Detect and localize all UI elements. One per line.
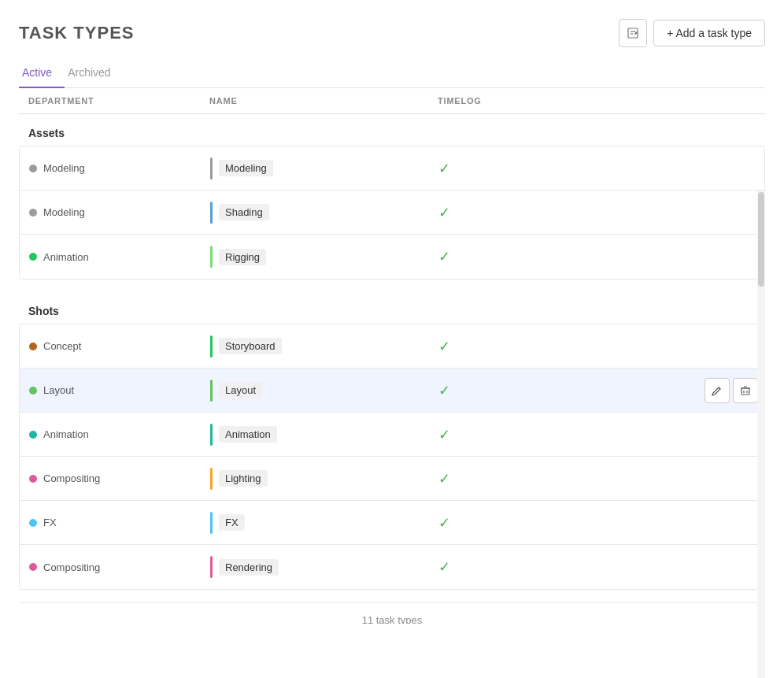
table-row[interactable]: AnimationAnimation✓ (20, 413, 764, 457)
task-name-badge: Layout (219, 382, 262, 398)
task-name-badge: Animation (219, 426, 277, 443)
task-name-badge: Lighting (219, 470, 268, 487)
task-color-bar (210, 424, 213, 446)
edit-icon (712, 385, 723, 396)
task-count: 11 task types (362, 614, 423, 624)
tabs-container: Active Archived (19, 60, 765, 88)
add-task-type-button[interactable]: + Add a task type (653, 20, 765, 46)
svg-rect-3 (741, 388, 749, 395)
task-color-bar (210, 380, 213, 402)
timelog-cell: ✓ (429, 195, 764, 231)
timelog-cell: ✓ (429, 505, 764, 541)
timelog-cell: ✓ (429, 461, 764, 497)
dept-cell: Modeling (20, 153, 201, 183)
dept-dot (29, 343, 37, 350)
table-row[interactable]: FXFX✓ (20, 501, 764, 545)
dept-name: Modeling (43, 206, 85, 218)
table-container: DEPARTMENT NAME TIMELOG AssetsModelingMo… (19, 88, 765, 624)
dept-dot (29, 165, 37, 172)
group-block-shots: ConceptStoryboard✓LayoutLayout✓Animation… (19, 324, 765, 590)
task-name-badge: Modeling (219, 160, 273, 176)
table-row[interactable]: AnimationRigging✓ (20, 235, 764, 279)
tab-active[interactable]: Active (19, 60, 65, 88)
dept-dot (29, 431, 37, 439)
col-name: NAME (209, 96, 438, 106)
page-container: TASK TYPES + Add a task type Active Arch… (0, 0, 784, 678)
delete-button[interactable] (733, 378, 758, 403)
scrollbar[interactable] (757, 191, 765, 678)
dept-dot (29, 253, 37, 261)
task-color-bar (210, 246, 213, 268)
timelog-check-icon: ✓ (438, 248, 450, 265)
timelog-check-icon: ✓ (438, 426, 450, 443)
task-color-bar (210, 468, 213, 490)
task-name-badge: Rigging (219, 249, 266, 265)
dept-cell: FX (20, 507, 201, 538)
timelog-cell: ✓ (429, 549, 764, 585)
dept-dot (29, 209, 37, 217)
name-cell: Shading (201, 192, 429, 233)
name-cell: Rigging (201, 236, 429, 277)
timelog-check-icon: ✓ (438, 382, 450, 399)
dept-name: Compositing (43, 472, 100, 484)
page-title: TASK TYPES (19, 23, 135, 43)
task-color-bar (210, 335, 213, 358)
task-color-bar (210, 202, 213, 224)
dept-dot (29, 387, 37, 395)
timelog-cell: ✓ (429, 239, 764, 275)
task-name-badge: Shading (219, 204, 269, 220)
dept-cell: Animation (20, 242, 201, 272)
table-row[interactable]: CompositingLighting✓ (20, 457, 764, 501)
timelog-check-icon: ✓ (438, 470, 450, 487)
timelog-check-icon: ✓ (438, 514, 450, 532)
scrollbar-thumb (758, 192, 764, 287)
dept-cell: Modeling (20, 197, 201, 228)
task-name-badge: Rendering (219, 559, 279, 576)
dept-name: Layout (43, 384, 74, 396)
section-header-shots: Shots (19, 292, 765, 324)
dept-cell: Concept (20, 331, 201, 361)
header-actions: + Add a task type (619, 19, 765, 47)
section-header-assets: Assets (19, 114, 765, 146)
edit-button[interactable] (704, 378, 730, 403)
footer: 11 task types (19, 602, 765, 624)
task-color-bar (210, 556, 213, 578)
timelog-check-icon: ✓ (438, 204, 450, 221)
group-block-assets: ModelingModeling✓ModelingShading✓Animati… (19, 146, 765, 280)
export-icon (627, 27, 639, 39)
dept-cell: Compositing (20, 552, 201, 583)
row-actions (704, 378, 758, 403)
timelog-check-icon: ✓ (438, 558, 450, 576)
task-name-badge: Storyboard (219, 338, 282, 354)
page-header: TASK TYPES + Add a task type (19, 19, 765, 47)
export-button[interactable] (619, 19, 647, 47)
timelog-cell: ✓ (429, 150, 764, 187)
task-color-bar (210, 512, 213, 534)
col-timelog: TIMELOG (438, 96, 756, 106)
dept-name: FX (43, 517, 57, 528)
dept-cell: Animation (20, 419, 201, 450)
name-cell: Animation (201, 414, 429, 455)
table-row[interactable]: ModelingShading✓ (20, 191, 764, 235)
task-name-badge: FX (219, 514, 245, 531)
table-row[interactable]: ConceptStoryboard✓ (20, 324, 764, 369)
name-cell: Modeling (201, 148, 429, 189)
table-row[interactable]: CompositingRendering✓ (20, 545, 764, 589)
dept-name: Modeling (43, 162, 85, 174)
tab-archived[interactable]: Archived (65, 60, 123, 88)
table-row[interactable]: ModelingModeling✓ (20, 146, 764, 191)
timelog-cell: ✓ (429, 328, 764, 365)
timelog-check-icon: ✓ (438, 160, 450, 177)
dept-dot (29, 475, 37, 483)
name-cell: FX (201, 502, 429, 543)
col-department: DEPARTMENT (28, 96, 209, 106)
timelog-check-icon: ✓ (438, 338, 450, 355)
delete-icon (740, 385, 751, 396)
table-row[interactable]: LayoutLayout✓ (20, 369, 764, 413)
timelog-cell: ✓ (429, 417, 764, 453)
table-header: DEPARTMENT NAME TIMELOG (19, 88, 765, 114)
dept-name: Compositing (43, 561, 100, 573)
dept-cell: Compositing (20, 463, 201, 494)
dept-name: Concept (43, 340, 81, 352)
name-cell: Lighting (201, 458, 429, 499)
